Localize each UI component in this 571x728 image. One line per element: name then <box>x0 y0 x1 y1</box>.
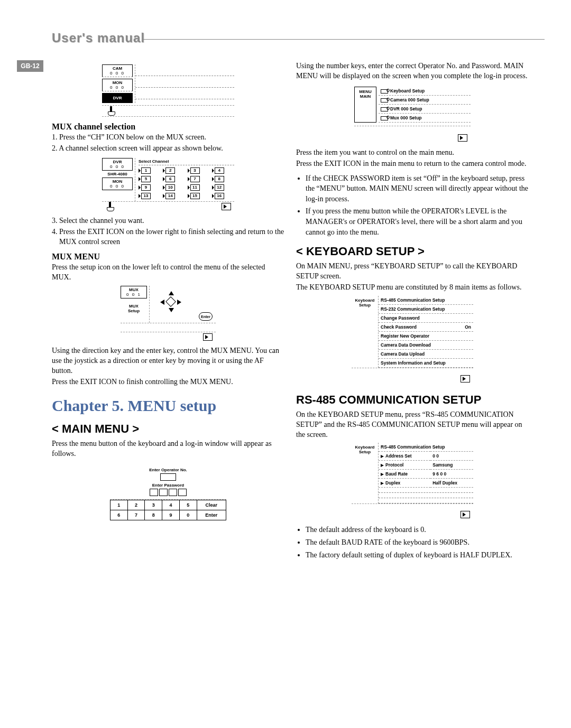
dvr-num-2: 0 0 0 <box>103 164 132 169</box>
keypad-4: 4 <box>162 500 180 510</box>
mon-num: 0 0 0 <box>103 85 132 90</box>
channel-8: 8 <box>212 176 234 182</box>
channel-5: 5 <box>139 176 161 182</box>
keypad-enter: Enter <box>197 510 226 520</box>
mux-label: MUX <box>121 287 146 292</box>
channel-14: 14 <box>163 193 185 199</box>
mux-sel-step-3: 3. Select the channel you want. <box>52 216 284 226</box>
diagram-mux-screen: CAM 0 0 0 MON 0 0 0 DVR <box>102 64 234 117</box>
menu-item: Mux 000 Setup <box>379 113 471 122</box>
mux-sel-step-4: 4. Press the EXIT ICON on the lower righ… <box>52 227 284 247</box>
main-menu-heading: < MAIN MENU > <box>52 422 284 436</box>
rs485-key: Address Set <box>379 452 430 461</box>
channel-12: 12 <box>212 184 234 191</box>
rs485-key: Baud Rate <box>379 470 430 479</box>
dvr-label: DVR <box>103 96 132 100</box>
kb-setup-item: Camera Data Upload <box>379 349 473 358</box>
diagram-mux-setup: MUX 0 0 1 MUX Setup Enter <box>121 286 216 342</box>
kb-setup-para-2: The KEYBOARD SETUP menu are constituted … <box>296 283 529 293</box>
notes-list: If the CHECK PASSWORD item is set “Off” … <box>306 173 529 238</box>
keypad-0: 0 <box>179 510 197 520</box>
intro-para: Using the number keys, enter the correct… <box>296 61 529 81</box>
main-menu-para: Press the menu button of the keyboard an… <box>52 439 284 459</box>
keypad-5: 5 <box>179 500 197 510</box>
keypad-9: 9 <box>162 510 180 520</box>
mux-menu-para: Press the setup icon on the lower left t… <box>52 263 284 283</box>
rs485-val: Samsung <box>430 461 473 470</box>
keypad-1: 1 <box>110 500 128 510</box>
kb-setup-item: Camera Data Download <box>379 340 473 349</box>
rs485-note-2: The default BAUD RATE of the keyboard is… <box>306 537 529 548</box>
header-title: User's manual <box>52 31 145 45</box>
kb-setup-para-1: On MAIN MENU, press “KEYBOARD SETUP” to … <box>296 262 529 282</box>
mux-setup-label: MUX Setup <box>121 304 147 313</box>
channel-4: 4 <box>212 167 234 174</box>
press-exit-para: Press the EXIT ICON in the main menu to … <box>296 159 529 169</box>
rs485-items: RS-485 Communication SetupAddress Set0 0… <box>379 443 473 488</box>
mux-num: 0 0 1 <box>121 292 146 297</box>
keypad-clear: Clear <box>197 500 226 510</box>
channel-grid: 12345678910111213141516 <box>139 165 234 201</box>
kb-setup-item: Check PasswordOn <box>379 322 473 331</box>
menu-item: Camera 000 Setup <box>379 95 471 104</box>
keypad-3: 3 <box>145 500 162 510</box>
rs485-val: Half Duplex <box>430 479 473 488</box>
kb-setup-items: RS-485 Communication SetupRS-232 Communi… <box>379 296 473 368</box>
mon-num-2: 0 0 0 <box>103 184 132 189</box>
menu-main-label: MENU MAIN <box>354 87 376 123</box>
channel-13: 13 <box>139 193 161 199</box>
kb-setup-item: Register New Operator <box>379 331 473 340</box>
channel-3: 3 <box>188 167 210 174</box>
password-input-boxes <box>113 489 223 496</box>
channel-16: 16 <box>212 193 234 199</box>
kb-setup-label-2: Keyboard Setup <box>352 443 378 503</box>
operator-input-box <box>160 473 176 481</box>
channel-7: 7 <box>188 176 210 182</box>
rs485-heading: RS-485 COMMUNICATION SETUP <box>296 393 529 407</box>
diagram-channel-select: DVR 0 0 0 SHR-4080 MON 0 0 0 Select Chan… <box>102 158 234 212</box>
mux-sel-step-1: 1. Press the “CH” ICON below on the MUX … <box>52 133 284 143</box>
exit-icon-3 <box>458 134 467 142</box>
diagram-rs485: Keyboard Setup RS-485 Communication Setu… <box>352 443 473 519</box>
enter-button-icon: Enter <box>199 312 213 321</box>
diagram-main-menu: MENU MAIN Keyboard SetupCamera 000 Setup… <box>354 87 471 143</box>
rs485-note-1: The default address of the keyboard is 0… <box>306 525 529 535</box>
dvr-label-2: DVR <box>103 160 132 164</box>
rs485-note-3: The factory default setting of duplex of… <box>306 550 529 561</box>
kb-setup-item: System Information and Setup <box>379 358 473 367</box>
channel-15: 15 <box>188 193 210 199</box>
note-2: If you press the menu button while the O… <box>306 206 529 237</box>
note-1: If the CHECK PASSWORD item is set “Off” … <box>306 173 529 204</box>
main-menu-items: Keyboard SetupCamera 000 SetupDVR 000 Se… <box>379 87 471 123</box>
rs485-key: Duplex <box>379 479 430 488</box>
shr-label: SHR-4080 <box>102 171 133 178</box>
keyboard-setup-heading: < KEYBOARD SETUP > <box>296 245 529 258</box>
mux-menu-heading: MUX MENU <box>52 252 284 262</box>
menu-item: DVR 000 Setup <box>379 104 471 113</box>
keypad-7: 7 <box>127 510 145 520</box>
exit-icon-5 <box>461 511 470 518</box>
cam-num: 0 0 0 <box>103 71 132 76</box>
kb-setup-item: RS-485 Communication Setup <box>379 296 473 305</box>
rs485-title: RS-485 Communication Setup <box>379 443 473 452</box>
cam-label: CAM <box>103 66 132 71</box>
keypad: 12345Clear67890Enter <box>110 500 226 520</box>
left-column: CAM 0 0 0 MON 0 0 0 DVR MUX channel sel <box>52 60 284 525</box>
enter-password-label: Enter Password <box>113 483 223 488</box>
dpad-icon <box>160 291 181 312</box>
mux-selection-heading: MUX channel selection <box>52 122 284 132</box>
kb-setup-item: Change Password <box>379 313 473 322</box>
diagram-login: Enter Operator No. Enter Password 12345C… <box>110 464 226 520</box>
header-rule <box>143 39 545 40</box>
channel-6: 6 <box>163 176 185 182</box>
rs485-para: On the KEYBOARD SETUP menu, press “RS-48… <box>296 410 529 440</box>
kb-setup-item: RS-232 Communication Setup <box>379 304 473 313</box>
channel-1: 1 <box>139 167 161 174</box>
keypad-2: 2 <box>127 500 145 510</box>
kb-setup-label: Keyboard Setup <box>352 296 378 368</box>
mon-label-2: MON <box>103 179 132 184</box>
right-column: Using the number keys, enter the correct… <box>296 60 529 564</box>
diagram-kb-setup: Keyboard Setup RS-485 Communication Setu… <box>352 296 473 384</box>
select-channel-title: Select Channel <box>139 158 234 165</box>
mux-sel-step-2: 2. A channel selection screen will appea… <box>52 144 284 154</box>
